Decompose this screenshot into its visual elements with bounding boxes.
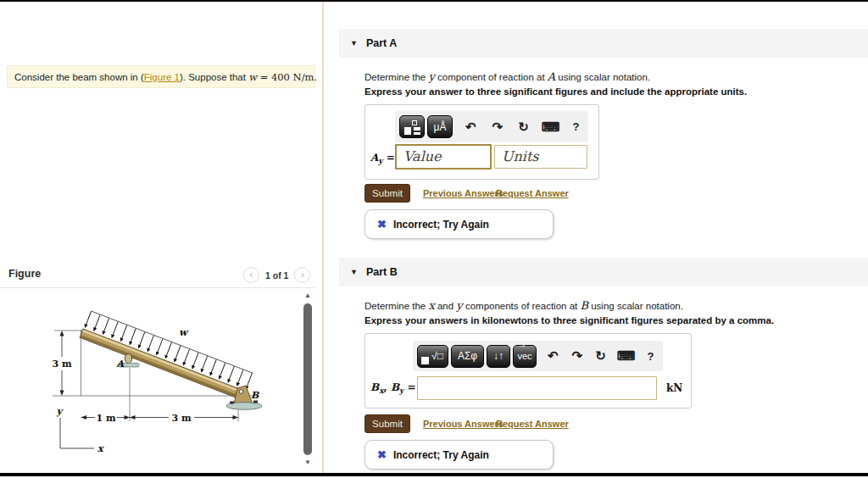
part-a-units-input[interactable]	[494, 145, 587, 169]
templates-icon-glyph: √□	[431, 350, 443, 362]
part-a-question: Determine the y component of reaction at…	[364, 70, 650, 83]
part-b-question-var-x: x	[428, 299, 434, 312]
figure-link[interactable]: Figure 1	[144, 72, 180, 82]
part-b-previous-answers-link[interactable]: Previous Answers	[423, 419, 504, 429]
part-a-collapse-icon[interactable]: ▼	[350, 39, 358, 47]
part-b-answer-label: Bx, By =	[370, 381, 416, 395]
part-b-submit-button[interactable]: Submit	[364, 414, 410, 433]
part-a-submit-button[interactable]: Submit	[364, 184, 410, 203]
part-a-value-input[interactable]	[395, 144, 492, 170]
vector-button[interactable]: ⇀vec	[513, 345, 537, 368]
part-b-question-var-b: B	[580, 299, 588, 312]
part-b-feedback-text: Incorrect; Try Again	[393, 449, 489, 461]
part-b-var2: B	[391, 381, 399, 393]
problem-statement: Consider the beam shown in (Figure 1). S…	[7, 65, 315, 88]
redo-icon[interactable]: ↷	[492, 119, 504, 135]
part-b-unit-label: kN	[666, 382, 682, 394]
part-b-question-text-1: Determine the	[364, 301, 428, 311]
part-a-question-text-2: component of reaction at	[435, 72, 548, 82]
part-b-label-sep: ,	[384, 381, 391, 393]
templates-icon	[421, 357, 429, 364]
part-a-question-text-1: Determine the	[364, 72, 428, 82]
bottom-border	[0, 473, 868, 476]
figure-prev-button[interactable]: ‹	[243, 267, 259, 283]
beam-shade	[81, 335, 244, 400]
problem-text-1: Consider the beam shown in (	[14, 72, 144, 82]
load-w-label: w	[179, 326, 189, 338]
keyboard-icon[interactable]: ⌨	[617, 348, 636, 364]
incorrect-x-icon: ✖	[377, 218, 387, 231]
part-a-request-answer-link[interactable]: Request Answer	[496, 188, 569, 198]
part-b-question-text-2: and	[435, 301, 457, 311]
templates-icon-part	[414, 132, 420, 135]
part-b-question-text-3: components of reaction at	[463, 301, 581, 311]
reference-lines	[53, 330, 257, 421]
dim-span-right-label: 3 m	[171, 413, 191, 424]
w-value: = 400 N/m.	[257, 71, 317, 83]
figure-divider	[0, 287, 316, 288]
beam-highlight	[82, 330, 246, 394]
part-a-answer-label: Ay =	[370, 152, 395, 165]
part-b-var1: B	[370, 381, 379, 393]
part-a-question-var-a: A	[548, 70, 555, 83]
part-b-equation-toolbar: √□ ΑΣφ ↓↑ ⇀vec ↶ ↷ ↻ ⌨ ?	[413, 341, 663, 371]
support-a-label: A	[115, 358, 124, 370]
redo-icon[interactable]: ↷	[572, 348, 583, 364]
incorrect-x-icon: ✖	[377, 448, 387, 461]
help-icon[interactable]: ?	[647, 350, 654, 363]
top-border	[0, 0, 868, 2]
part-b-title: Part B	[366, 266, 398, 278]
panel-divider	[322, 2, 324, 473]
figure-next-button[interactable]: ›	[294, 267, 310, 283]
dim-height-label: 3 m	[52, 358, 71, 370]
part-a-previous-answers-link[interactable]: Previous Answers	[423, 188, 504, 198]
part-b-question: Determine the x and y components of reac…	[364, 299, 683, 312]
equation-templates-button[interactable]: √□	[417, 345, 448, 368]
part-b-question-text-4: using scalar notation.	[588, 301, 683, 311]
part-a-instruction: Express your answer to three significant…	[364, 86, 747, 97]
figure-panel-title: Figure	[8, 268, 41, 280]
figure-pager: ‹ 1 of 1 ›	[243, 267, 310, 283]
templates-icon	[404, 127, 411, 135]
part-a-feedback-text: Incorrect; Try Again	[393, 219, 489, 231]
part-a-var: A	[370, 152, 378, 164]
figure-scrollbar-thumb[interactable]	[303, 303, 312, 455]
reset-icon[interactable]: ↻	[518, 119, 529, 135]
part-a-equation-toolbar: μÅ ↶ ↷ ↻ ⌨ ?	[395, 111, 588, 142]
dim-span-left-label: 1 m	[96, 413, 115, 424]
assignment-page: Consider the beam shown in (Figure 1). S…	[0, 0, 868, 478]
reset-icon[interactable]: ↻	[595, 348, 606, 364]
vector-arrow-icon: ⇀	[520, 342, 526, 350]
distributed-load-arrows	[85, 312, 252, 390]
units-button[interactable]: μÅ	[427, 115, 453, 138]
axis-x-label: x	[97, 443, 104, 454]
part-b-collapse-icon[interactable]: ▼	[350, 268, 358, 276]
part-a-question-text-3: using scalar notation.	[555, 72, 650, 82]
equation-templates-button[interactable]	[399, 115, 425, 138]
vector-label: vec	[517, 351, 531, 361]
part-b-header: ▼ Part B	[339, 258, 868, 286]
keyboard-icon[interactable]: ⌨	[542, 119, 560, 135]
beam-diagram: 3 m 1 m 3 m y x	[0, 292, 322, 473]
updown-arrows-button[interactable]: ↓↑	[487, 345, 510, 368]
part-b-question-var-y: y	[456, 299, 462, 312]
part-b-feedback: ✖ Incorrect; Try Again	[364, 440, 554, 470]
part-b-answer-input[interactable]	[417, 376, 657, 400]
templates-icon-part	[412, 120, 417, 125]
figure-scroll-up-icon[interactable]: ▲	[302, 292, 314, 299]
axis-y-label: y	[56, 406, 64, 417]
part-a-equals: =	[383, 152, 395, 164]
support-b-label: B	[251, 390, 259, 401]
figure-page-indicator: 1 of 1	[265, 270, 288, 281]
help-icon[interactable]: ?	[572, 120, 579, 133]
part-b-equals: =	[403, 381, 415, 393]
greek-symbols-button[interactable]: ΑΣφ	[451, 345, 484, 368]
templates-icon-part	[414, 127, 420, 131]
undo-icon[interactable]: ↶	[465, 119, 476, 135]
figure-scroll-down-icon[interactable]: ▼	[302, 459, 314, 466]
w-symbol: w	[248, 71, 257, 83]
beam-and-load	[80, 311, 253, 401]
coordinate-axes	[60, 418, 94, 448]
part-b-request-answer-link[interactable]: Request Answer	[496, 419, 569, 429]
undo-icon[interactable]: ↶	[548, 348, 559, 364]
